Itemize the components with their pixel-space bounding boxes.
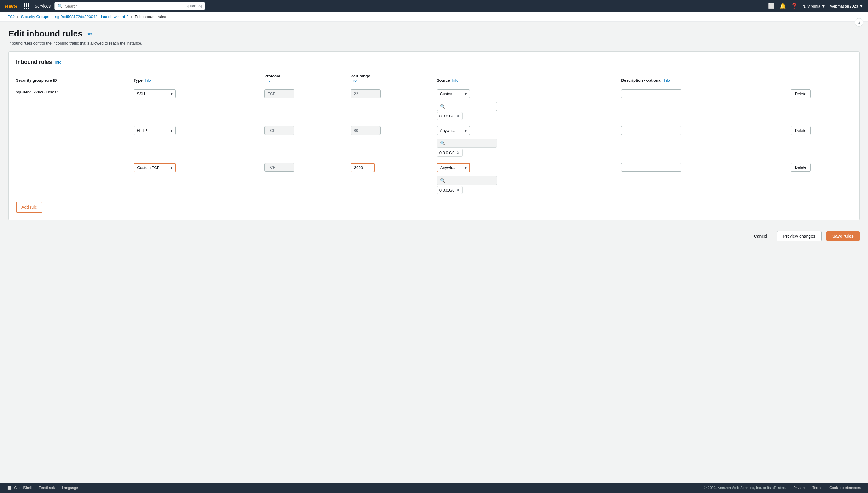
- add-rule-button[interactable]: Add rule: [16, 202, 42, 213]
- cancel-label: Cancel: [754, 234, 767, 238]
- source-wrap-row1: Custom ▼ 🔍 0.0.0.: [437, 89, 618, 120]
- desc-cell-row2: [621, 123, 790, 160]
- port-cell-row1: [351, 86, 437, 123]
- protocol-input-row1: [264, 89, 294, 98]
- help-icon-button[interactable]: ❓: [791, 3, 798, 9]
- source-search-input-row1[interactable]: [447, 104, 494, 109]
- rules-table: Security group rule ID Type Info Protoco…: [16, 71, 852, 197]
- col-header-port-range: Port range Info: [351, 71, 437, 86]
- terminal-icon-button[interactable]: ⬜: [768, 3, 774, 9]
- source-wrap-row2: Anywh... ▼ 🔍 0.0.0.0/0: [437, 126, 618, 157]
- cloudshell-icon: ⬜: [7, 486, 12, 490]
- rule-id-value: sgr-04ed677ba809cb98f: [16, 87, 59, 94]
- source-cell-row1: Custom ▼ 🔍 0.0.0.: [437, 86, 621, 123]
- action-cell-row2: Delete: [790, 123, 852, 160]
- language-link[interactable]: Language: [62, 486, 78, 490]
- source-tag-row1: 0.0.0.0/0 ✕: [437, 112, 618, 120]
- port-input-row3[interactable]: [351, 163, 375, 172]
- search-input[interactable]: [65, 4, 182, 8]
- preview-label: Preview changes: [783, 234, 815, 238]
- cloudshell-button[interactable]: ⬜ CloudShell: [7, 486, 32, 490]
- region-selector[interactable]: N. Virginia ▼: [802, 4, 826, 8]
- bottom-bar: ⬜ CloudShell Feedback Language © 2023, A…: [0, 483, 868, 493]
- source-select-row3[interactable]: Anywh...: [437, 163, 470, 172]
- source-info-link[interactable]: Info: [452, 78, 458, 83]
- type-select-row3[interactable]: Custom TCP: [133, 163, 176, 172]
- source-search-row1[interactable]: 🔍: [437, 102, 497, 111]
- services-button[interactable]: Services: [35, 4, 51, 8]
- grid-icon: [23, 3, 29, 9]
- port-cell-row3: [351, 160, 437, 197]
- cookie-link[interactable]: Cookie preferences: [829, 486, 861, 490]
- breadcrumb: EC2 › Security Groups › sg-0cd508172dd32…: [0, 12, 868, 22]
- col-header-source: Source Info: [437, 71, 621, 86]
- privacy-link[interactable]: Privacy: [793, 486, 805, 490]
- page-title-area: Edit inbound rules Info: [8, 29, 860, 39]
- type-cell: SSH ▼: [133, 86, 264, 123]
- source-select-wrap-row3: Anywh... ▼: [437, 163, 470, 172]
- source-tag-remove-row1[interactable]: ✕: [456, 113, 460, 119]
- terms-link[interactable]: Terms: [812, 486, 822, 490]
- table-row: – HTTP ▼: [16, 123, 852, 160]
- source-tag-remove-row2[interactable]: ✕: [456, 150, 460, 155]
- source-tag-remove-row3[interactable]: ✕: [456, 188, 460, 192]
- region-label: N. Virginia: [802, 4, 820, 8]
- rule-id-cell-row3: –: [16, 160, 133, 197]
- type-select-wrap-row3: Custom TCP ▼: [133, 163, 176, 172]
- breadcrumb-ec2[interactable]: EC2: [7, 15, 15, 19]
- preview-changes-button[interactable]: Preview changes: [777, 231, 822, 241]
- page-info-icon[interactable]: ℹ: [855, 18, 863, 26]
- type-select-row1[interactable]: SSH: [133, 89, 176, 98]
- rule-id-value-row3: –: [16, 163, 18, 168]
- cloudshell-label: CloudShell: [14, 486, 32, 490]
- source-select-row1[interactable]: Custom: [437, 89, 470, 98]
- col-header-rule-id: Security group rule ID: [16, 71, 133, 86]
- bell-icon-button[interactable]: 🔔: [779, 3, 786, 9]
- source-select-wrap-row2: Anywh... ▼: [437, 126, 470, 135]
- inbound-rules-card: Inbound rules Info Security group rule I…: [8, 51, 860, 220]
- search-bar[interactable]: 🔍 [Option+S]: [54, 2, 205, 10]
- type-select-row2[interactable]: HTTP: [133, 126, 176, 135]
- port-info-link[interactable]: Info: [351, 78, 433, 83]
- save-rules-button[interactable]: Save rules: [826, 231, 860, 241]
- delete-button-row3[interactable]: Delete: [790, 163, 811, 172]
- feedback-link[interactable]: Feedback: [39, 486, 55, 490]
- type-info-link[interactable]: Info: [145, 78, 151, 83]
- page-title: Edit inbound rules: [8, 29, 83, 39]
- protocol-cell-row3: [264, 160, 351, 197]
- type-select-wrap: SSH ▼: [133, 89, 176, 98]
- user-menu[interactable]: webmaster2023 ▼: [830, 4, 863, 8]
- protocol-info-link[interactable]: Info: [264, 78, 347, 83]
- card-info-link[interactable]: Info: [55, 60, 61, 64]
- source-select-row2[interactable]: Anywh...: [437, 126, 470, 135]
- protocol-cell-row2: [264, 123, 351, 160]
- cancel-button[interactable]: Cancel: [749, 231, 772, 241]
- delete-button-row1[interactable]: Delete: [790, 89, 811, 98]
- breadcrumb-security-groups[interactable]: Security Groups: [21, 15, 49, 19]
- nav-icons: ⬜ 🔔 ❓ N. Virginia ▼ webmaster2023 ▼: [768, 3, 863, 9]
- desc-info-link[interactable]: Info: [664, 78, 670, 83]
- save-label: Save rules: [832, 234, 853, 238]
- source-tag-value-row1: 0.0.0.0/0 ✕: [437, 112, 463, 120]
- desc-input-row1[interactable]: [621, 89, 681, 98]
- delete-button-row2[interactable]: Delete: [790, 126, 811, 135]
- port-input-row2: [351, 126, 381, 135]
- copyright-text: © 2023, Amazon Web Services, Inc. or its…: [704, 486, 786, 490]
- footer-actions: Cancel Preview changes Save rules: [8, 226, 860, 246]
- source-tag-row3: 0.0.0.0/0 ✕: [437, 186, 618, 194]
- source-search-icon-row1: 🔍: [440, 104, 445, 109]
- desc-input-row3[interactable]: [621, 163, 681, 172]
- breadcrumb-sep-2: ›: [51, 15, 53, 19]
- page-info-link[interactable]: Info: [86, 31, 92, 36]
- breadcrumb-sg-id[interactable]: sg-0cd508172dd323048 - launch-wizard-2: [55, 15, 129, 19]
- action-cell-row3: Delete: [790, 160, 852, 197]
- protocol-cell-row1: [264, 86, 351, 123]
- user-chevron-icon: ▼: [859, 4, 863, 8]
- source-search-icon-row3: 🔍: [440, 178, 445, 183]
- source-search-icon-row2: 🔍: [440, 141, 445, 146]
- aws-logo: aws: [5, 2, 18, 10]
- rule-id-value-row2: –: [16, 126, 18, 131]
- desc-input-row2[interactable]: [621, 126, 681, 135]
- card-header: Inbound rules Info: [16, 59, 852, 65]
- source-search-disabled-row3: 🔍: [437, 176, 497, 185]
